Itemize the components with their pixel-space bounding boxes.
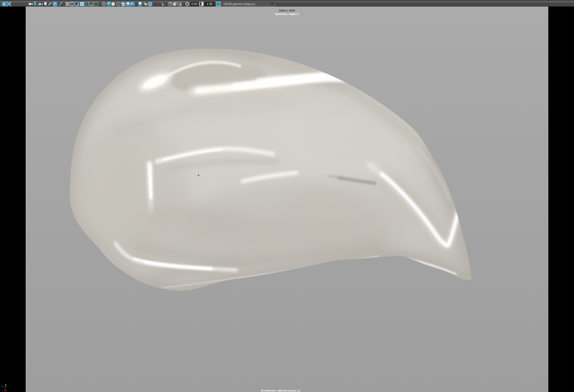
svg-text:sRGB gamma (legacy): sRGB gamma (legacy) — [223, 2, 255, 6]
svg-text:T: T — [95, 2, 97, 6]
svg-text:A: A — [3, 2, 5, 6]
svg-text:1.00: 1.00 — [207, 2, 213, 6]
svg-text:ON: ON — [217, 3, 220, 5]
svg-text:0.00: 0.00 — [191, 2, 197, 6]
